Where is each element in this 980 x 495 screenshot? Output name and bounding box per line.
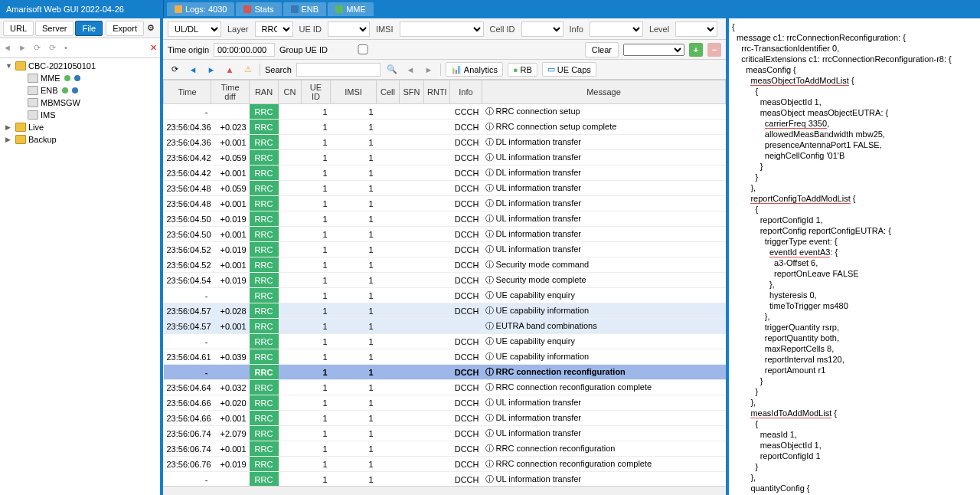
refresh-icon[interactable]: ⟳ <box>34 43 44 54</box>
tree-node-backup[interactable]: ▶Backup <box>0 133 160 146</box>
top-tab-logs[interactable]: Logs: 4030 <box>167 2 234 16</box>
back-icon[interactable]: ◄ <box>3 43 14 54</box>
alert-icon[interactable]: ⚠ <box>241 63 255 77</box>
cell: 1 <box>331 349 377 365</box>
refresh-log-icon[interactable]: ⟳ <box>168 63 181 77</box>
table-row[interactable]: 23:56:04.429+0.001RRC11DCCHⓘ DL informat… <box>164 166 726 181</box>
time-origin-input[interactable] <box>214 43 275 57</box>
col-ueid[interactable]: UE ID <box>302 80 331 104</box>
table-row[interactable]: -RRC11DCCHⓘ UE capability enquiry <box>164 288 726 303</box>
table-row[interactable]: 23:56:04.508+0.019RRC11DCCHⓘ UL informat… <box>164 211 726 227</box>
analytics-button[interactable]: 📊Analytics <box>446 62 503 77</box>
app-title: Amarisoft Web GUI 2022-04-26 <box>6 5 124 14</box>
group-ueid-checkbox[interactable] <box>332 44 394 54</box>
search-prev-icon[interactable]: ◄ <box>403 63 417 77</box>
export-button[interactable]: Export <box>106 21 144 36</box>
tree-node-mme[interactable]: MME <box>0 72 160 84</box>
cell <box>424 104 450 120</box>
layer-select[interactable]: RRC <box>255 21 293 37</box>
cell <box>400 441 424 457</box>
uecaps-button[interactable]: ▭UE Caps <box>542 62 596 77</box>
cell: RRC <box>250 411 279 426</box>
log-table[interactable]: TimeTime diffRANCNUE IDIMSICellSFNRNTIIn… <box>163 80 726 486</box>
server-button[interactable]: Server <box>35 21 74 36</box>
file-button[interactable]: File <box>75 21 103 36</box>
forward-icon[interactable]: ► <box>18 43 29 54</box>
h-scrollbar[interactable] <box>163 486 726 495</box>
top-tab-enb[interactable]: ENB <box>283 2 327 16</box>
search-input[interactable] <box>296 63 381 77</box>
table-row[interactable]: 23:56:04.488+0.059RRC11DCCHⓘ UL informat… <box>164 181 726 196</box>
search-next-icon[interactable]: ► <box>422 63 436 77</box>
col-imsi[interactable]: IMSI <box>331 80 377 104</box>
table-row[interactable]: 23:56:04.669+0.001RRC11DCCHⓘ DL informat… <box>164 411 726 426</box>
table-row[interactable]: 23:56:04.668+0.020RRC11DCCHⓘ UL informat… <box>164 395 726 411</box>
rb-button[interactable]: ●RB <box>508 63 537 77</box>
table-row[interactable]: 23:56:04.548+0.019RRC11DCCHⓘ Security mo… <box>164 273 726 288</box>
table-row[interactable]: 23:56:04.528+0.019RRC11DCCHⓘ UL informat… <box>164 242 726 257</box>
code-line: neighCellConfig '01'B <box>732 150 977 161</box>
remove-filter-icon[interactable]: − <box>707 43 721 57</box>
top-tab-stats[interactable]: Stats <box>236 2 281 16</box>
tree-node-live[interactable]: ▶Live <box>0 121 160 133</box>
tree-node-ims[interactable]: IMS <box>0 109 160 121</box>
imsi-select[interactable] <box>400 21 484 37</box>
tree-node-mbmsgw[interactable]: MBMSGW <box>0 97 160 109</box>
table-row[interactable]: 23:56:04.577+0.001RRC11ⓘ EUTRA band comb… <box>164 319 726 334</box>
cell <box>424 303 450 319</box>
table-row[interactable]: 23:56:04.368+0.023RRC11DCCHⓘ RRC connect… <box>164 120 726 135</box>
col-message[interactable]: Message <box>482 80 726 104</box>
info-select[interactable] <box>590 21 643 37</box>
table-row[interactable]: 23:56:04.529+0.001RRC11DCCHⓘ Security mo… <box>164 257 726 273</box>
cellid-select[interactable] <box>521 21 564 37</box>
cell: RRC <box>250 242 279 257</box>
table-row[interactable]: 23:56:04.616+0.039RRC11DCCHⓘ UE capabili… <box>164 349 726 365</box>
table-row[interactable]: 23:56:04.576+0.028RRC11DCCHⓘ UE capabili… <box>164 303 726 319</box>
col-time[interactable]: Time <box>164 80 211 104</box>
message-detail-panel[interactable]: { message c1: rrcConnectionReconfigurati… <box>729 18 980 495</box>
cell <box>424 288 450 303</box>
tree-node-cbc-2021050101[interactable]: ▼CBC-2021050101 <box>0 60 160 72</box>
left-toolbar: URL Server File Export ⚙ <box>0 18 160 38</box>
table-row[interactable]: -RRC11DCCHⓘ UE capability enquiry <box>164 334 726 349</box>
uldl-select[interactable]: UL/DL <box>168 21 221 37</box>
col-timediff[interactable]: Time diff <box>211 80 250 104</box>
table-row[interactable]: -RRC11CCCHⓘ RRC connection setup <box>164 104 726 120</box>
gear-icon[interactable]: ⚙ <box>145 21 157 35</box>
close-icon[interactable]: ✕ <box>150 43 157 53</box>
table-row[interactable]: 23:56:04.428+0.059RRC11DCCHⓘ UL informat… <box>164 150 726 166</box>
cell <box>424 319 450 334</box>
file-tree: ▼CBC-2021050101MMEENBMBMSGWIMS▶Live▶Back… <box>0 58 160 147</box>
prev-icon[interactable]: ◄ <box>186 63 200 77</box>
warning-icon[interactable]: ▲ <box>223 63 237 77</box>
table-row[interactable]: -RRC11DCCHⓘ UL information transfer <box>164 472 726 487</box>
table-row[interactable]: 23:56:06.768+0.019RRC11DCCHⓘ RRC connect… <box>164 457 726 472</box>
cell: - <box>164 334 211 349</box>
level-select[interactable] <box>675 21 717 37</box>
dot-icon[interactable]: • <box>64 43 75 54</box>
ueid-select[interactable] <box>328 21 370 37</box>
col-cn[interactable]: CN <box>279 80 302 104</box>
code-line: }, <box>732 397 977 408</box>
table-row[interactable]: 23:56:04.509+0.001RRC11DCCHⓘ DL informat… <box>164 227 726 242</box>
next-icon[interactable]: ► <box>204 63 218 77</box>
table-row[interactable]: 23:56:06.748+2.079RRC11DCCHⓘ UL informat… <box>164 426 726 441</box>
table-row[interactable]: 23:56:04.648+0.032RRC11DCCHⓘ RRC connect… <box>164 380 726 395</box>
col-info[interactable]: Info <box>450 80 482 104</box>
clear-button[interactable]: Clear <box>585 42 619 57</box>
col-cell[interactable]: Cell <box>377 80 400 104</box>
url-button[interactable]: URL <box>3 21 34 36</box>
table-row[interactable]: 23:56:04.369+0.001RRC11DCCHⓘ DL informat… <box>164 135 726 150</box>
binoculars-icon[interactable]: 🔍 <box>385 63 399 77</box>
table-row[interactable]: -RRC11DCCHⓘ RRC connection reconfigurati… <box>164 365 726 380</box>
col-ran[interactable]: RAN <box>250 80 279 104</box>
tree-node-enb[interactable]: ENB <box>0 84 160 97</box>
top-tab-mme[interactable]: MME <box>328 2 374 16</box>
reload-icon[interactable]: ⟳ <box>49 43 60 54</box>
table-row[interactable]: 23:56:04.489+0.001RRC11DCCHⓘ DL informat… <box>164 196 726 211</box>
add-filter-icon[interactable]: + <box>689 43 703 57</box>
filter-preset-select[interactable] <box>623 44 684 56</box>
table-row[interactable]: 23:56:06.749+0.001RRC11DCCHⓘ RRC connect… <box>164 441 726 457</box>
col-rnti[interactable]: RNTI <box>424 80 450 104</box>
col-sfn[interactable]: SFN <box>400 80 424 104</box>
